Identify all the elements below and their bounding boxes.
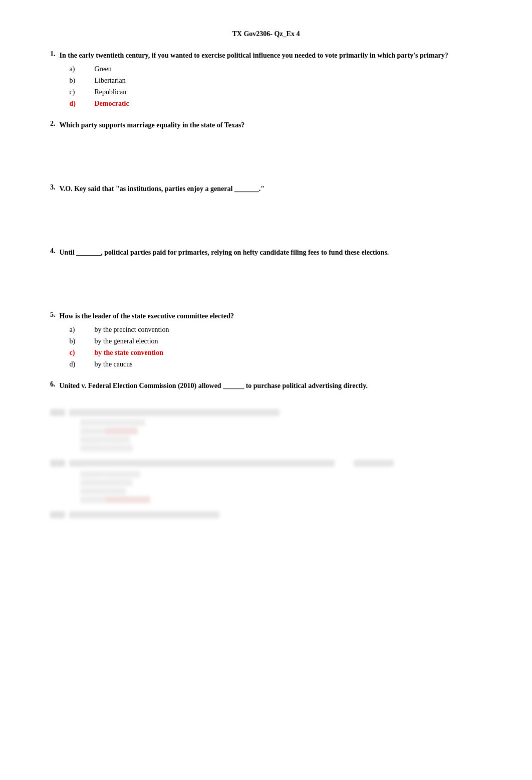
blurred-content	[50, 409, 482, 518]
blurred-question-9	[50, 511, 482, 518]
question-2-text: Which party supports marriage equality i…	[60, 120, 482, 130]
option-text: by the precinct convention	[95, 324, 169, 335]
option-label: a)	[70, 64, 95, 74]
blurred-question-7	[50, 409, 482, 452]
question-4: 4. Until _______, political parties paid…	[50, 247, 482, 301]
question-5: 5. How is the leader of the state execut…	[50, 311, 482, 370]
option-label: a)	[70, 324, 95, 335]
list-item: a) by the precinct convention	[70, 324, 482, 335]
list-item	[80, 436, 482, 443]
list-item: c) by the state convention	[70, 347, 482, 358]
blurred-question-8	[50, 460, 482, 503]
question-1-number: 1.	[50, 50, 56, 110]
list-item	[80, 419, 482, 426]
question-5-number: 5.	[50, 311, 56, 370]
question-6-number: 6.	[50, 380, 56, 394]
question-4-text: Until _______, political parties paid fo…	[60, 247, 482, 258]
option-label: b)	[70, 75, 95, 86]
list-item: c) Republican	[70, 87, 482, 97]
option-text: Libertarian	[95, 75, 126, 86]
list-item	[80, 488, 482, 495]
list-item: b) Libertarian	[70, 75, 482, 86]
question-1-text: In the early twentieth century, if you w…	[60, 50, 482, 61]
question-6: 6. United v. Federal Election Commission…	[50, 380, 482, 394]
question-3: 3. V.O. Key said that "as institutions, …	[50, 183, 482, 237]
list-item: d) Democratic	[70, 98, 482, 109]
option-text: Republican	[95, 87, 127, 97]
option-text: by the caucus	[95, 359, 133, 369]
option-text-correct: by the state convention	[95, 347, 163, 358]
option-text: by the general election	[95, 336, 158, 346]
list-item	[80, 496, 482, 503]
option-label: d)	[70, 359, 95, 369]
question-3-text: V.O. Key said that "as institutions, par…	[60, 183, 482, 194]
option-text-correct: Democratic	[95, 98, 129, 109]
list-item	[80, 428, 482, 435]
question-5-text: How is the leader of the state executive…	[60, 311, 482, 321]
question-5-options: a) by the precinct convention b) by the …	[70, 324, 482, 369]
option-label-correct: d)	[70, 98, 95, 109]
question-4-number: 4.	[50, 247, 56, 261]
question-3-number: 3.	[50, 183, 56, 197]
question-6-text: United v. Federal Election Commission (2…	[60, 380, 482, 391]
option-label: b)	[70, 336, 95, 346]
option-label: c)	[70, 87, 95, 97]
list-item	[80, 471, 482, 478]
list-item: a) Green	[70, 64, 482, 74]
list-item: b) by the general election	[70, 336, 482, 346]
question-2: 2. Which party supports marriage equalit…	[50, 120, 482, 173]
list-item	[80, 479, 482, 486]
option-label-correct: c)	[70, 347, 95, 358]
question-1: 1. In the early twentieth century, if yo…	[50, 50, 482, 110]
list-item	[80, 445, 482, 452]
question-2-number: 2.	[50, 120, 56, 133]
page-title: TX Gov2306- Qz_Ex 4	[50, 30, 482, 38]
option-text: Green	[95, 64, 112, 74]
question-1-options: a) Green b) Libertarian c) Republican d)…	[70, 64, 482, 109]
list-item: d) by the caucus	[70, 359, 482, 369]
